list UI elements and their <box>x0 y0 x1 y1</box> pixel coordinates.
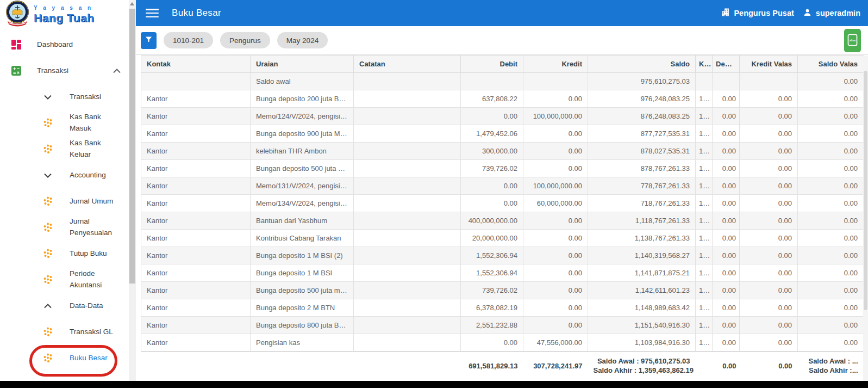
sidebar: Y a y a s a n Hang Tuah Dashboard <box>0 0 136 381</box>
filter-chip-account[interactable]: 1010-201 <box>164 32 213 48</box>
table-row[interactable]: Kantor Bungan deposito 500 juta Man... 7… <box>141 160 864 177</box>
sidebar-item-transaksi[interactable]: Transaksi <box>0 84 136 110</box>
cell-kurs: 1... <box>696 125 713 143</box>
sidebar-item-tutup-buku[interactable]: Tutup Buku <box>0 241 136 267</box>
table-row[interactable]: Kantor Bunga deposito 2 M BTN 6,378,082.… <box>141 299 864 317</box>
sidebar-item-transaksi-gl[interactable]: Transaksi GL <box>0 319 136 345</box>
cell-catatan <box>354 177 461 195</box>
cell-saldo-valas: 0.00 <box>798 125 864 143</box>
sidebar-item-jurnal-penyesuaian[interactable]: Jurnal Penyesuaian <box>0 214 136 241</box>
cell-debit-valas: 0.00 <box>713 334 740 352</box>
user-menu[interactable]: superadmin <box>803 8 860 19</box>
organization-selector[interactable]: Pengurus Pusat <box>721 8 794 19</box>
table-scrollbar-thumb[interactable] <box>864 71 867 310</box>
table-row[interactable]: Kantor Bunga deposito 900 juta Man... 1,… <box>141 125 864 143</box>
cell-uraian: Bunga deposito 200 juta BTN <box>251 90 354 108</box>
table-scrollbar[interactable] <box>863 56 868 381</box>
svg-text:xlsx: xlsx <box>849 38 856 42</box>
cell-kredit: 60,000,000.00 <box>523 195 588 212</box>
cell-debit-valas: 0.00 <box>713 282 740 299</box>
table-row[interactable]: Kantor kelebihan THR Ambon 300,000.00 0.… <box>141 143 864 160</box>
dots-cluster-icon <box>41 274 54 285</box>
column-header-debit-valas: Debit... <box>713 56 740 73</box>
cell-saldo-valas: 0.00 <box>798 160 864 177</box>
cell-kontak: Kantor <box>141 230 251 247</box>
sidebar-item-kas-bank-masuk[interactable]: Kas Bank Masuk <box>0 110 136 136</box>
cell-saldo-valas: 0.00 <box>798 299 864 317</box>
table-row[interactable]: Kantor Pengisian kas 0.00 47,556,000.00 … <box>141 334 864 352</box>
table-row[interactable]: Kantor Memo/131/V/2024, pengisian... 0.0… <box>141 177 864 195</box>
cell-kredit-valas: 0.00 <box>740 160 798 177</box>
table-row[interactable]: Kantor Bantuan dari Yasbhum 400,000,000.… <box>141 212 864 230</box>
cell-saldo-valas: 0.00 <box>798 177 864 195</box>
dots-cluster-icon <box>41 196 54 207</box>
sidebar-item-buku-besar[interactable]: Buku Besar <box>0 345 136 371</box>
saldo-awal-text: Saldo Awal : 975,610,275.03 <box>594 356 690 366</box>
table-row[interactable]: Kantor Kontribusi Cabang Tarakan 20,000,… <box>141 230 864 247</box>
cell-kontak: Kantor <box>141 160 251 177</box>
app-root: Y a y a s a n Hang Tuah Dashboard <box>0 0 868 388</box>
sidebar-item-label: Transaksi <box>37 65 68 77</box>
ledger-table: Kontak Uraian Catatan Debit Kredit Saldo… <box>141 55 864 380</box>
sidebar-item-dashboard[interactable]: Dashboard <box>0 32 136 58</box>
sidebar-item-transaksi-group[interactable]: Transaksi <box>0 58 136 84</box>
export-xlsx-button[interactable]: xlsx <box>844 29 861 52</box>
filter-button[interactable] <box>141 32 157 49</box>
chevron-down-icon <box>41 95 54 100</box>
cell-saldo: 976,248,083.25 <box>588 90 696 108</box>
cell-kontak: Kantor <box>141 108 251 125</box>
cell-debit: 20,000,000.00 <box>461 230 523 247</box>
cell-saldo: 778,767,261.33 <box>588 177 696 195</box>
menu-icon[interactable] <box>146 9 159 17</box>
cell-debit-valas: 0.00 <box>713 247 740 264</box>
sidebar-item-periode-akuntansi[interactable]: Periode Akuntansi <box>0 267 136 293</box>
table-row[interactable]: Kantor Bunga deposito 500 juta man... 73… <box>141 282 864 299</box>
table-row[interactable]: Kantor Bunga deposito 800 juta BTN 2,551… <box>141 317 864 334</box>
cell-debit-valas: 0.00 <box>713 264 740 282</box>
sidebar-scrollbar[interactable] <box>129 0 136 381</box>
cell-catatan <box>354 299 461 317</box>
table-row[interactable]: Kantor Memo/134/V/2024, pengisian... 0.0… <box>141 195 864 212</box>
cell-debit-valas: 0.00 <box>713 125 740 143</box>
cell-debit: 0.00 <box>461 177 523 195</box>
sidebar-item-data-data[interactable]: Data-Data <box>0 293 136 319</box>
cell-debit: 400,000,000.00 <box>461 212 523 230</box>
cell-kredit-valas: 0.00 <box>740 212 798 230</box>
table-header: Kontak Uraian Catatan Debit Kredit Saldo… <box>141 56 864 73</box>
sidebar-scrollbar-thumb[interactable] <box>129 9 135 284</box>
sidebar-item-kas-bank-keluar[interactable]: Kas Bank Keluar <box>0 136 136 162</box>
table-body: Saldo awal 975,610,275.03 0.00 <box>141 73 864 352</box>
cell-kredit: 0.00 <box>523 282 588 299</box>
cell-kontak: Kantor <box>141 177 251 195</box>
table-row[interactable]: Kantor Bunga deposito 200 juta BTN 637,8… <box>141 90 864 108</box>
cell-saldo-valas: 0.00 <box>798 247 864 264</box>
xlsx-file-icon: xlsx <box>847 34 858 48</box>
table-row[interactable]: Kantor Bunga deposito 1 M BSI 1,552,306.… <box>141 264 864 282</box>
footer-cell-kurs <box>696 352 713 380</box>
scrollbar-up-arrow-icon[interactable] <box>130 2 134 5</box>
filter-chip-period[interactable]: May 2024 <box>277 32 328 48</box>
cell-saldo-valas: 0.00 <box>798 143 864 160</box>
cell-debit-valas: 0.00 <box>713 317 740 334</box>
cell-kredit-valas: 0.00 <box>740 90 798 108</box>
dots-cluster-icon <box>41 144 54 155</box>
filter-chip-entity[interactable]: Pengurus <box>220 32 270 48</box>
sidebar-item-label: Data-Data <box>70 300 120 312</box>
cell-kredit-valas: 0.00 <box>740 247 798 264</box>
table-row[interactable]: Kantor Memo/124/V/2024, pengisian... 0.0… <box>141 108 864 125</box>
cell-kredit-valas <box>740 73 798 90</box>
sidebar-item-label: Transaksi GL <box>70 327 120 338</box>
cell-saldo: 1,138,767,261.33 <box>588 230 696 247</box>
cell-saldo-valas: 0.00 <box>798 230 864 247</box>
sidebar-item-label: Dashboard <box>37 39 73 51</box>
cell-kredit: 0.00 <box>523 230 588 247</box>
cell-catatan <box>354 195 461 212</box>
table-row[interactable]: Saldo awal 975,610,275.03 0.00 <box>141 73 864 90</box>
cell-kredit-valas: 0.00 <box>740 195 798 212</box>
sidebar-item-accounting[interactable]: Accounting <box>0 162 136 188</box>
sidebar-item-jurnal-umum[interactable]: Jurnal Umum <box>0 188 136 214</box>
cell-saldo: 975,610,275.03 <box>588 73 696 90</box>
table-row[interactable]: Kantor Bunga deposito 1 M BSI (2) 1,552,… <box>141 247 864 264</box>
sidebar-item-label: Jurnal Umum <box>70 196 120 207</box>
cell-kredit-valas: 0.00 <box>740 177 798 195</box>
